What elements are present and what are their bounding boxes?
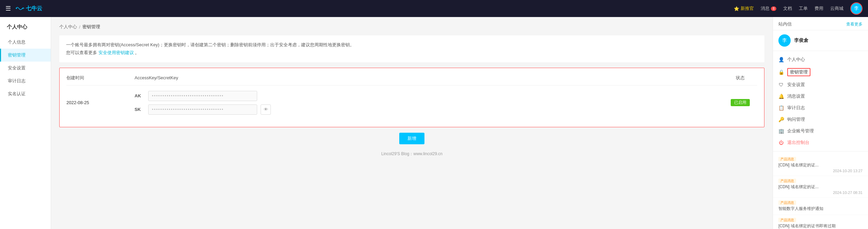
nav-right: ⭐ 新推官 消息 8 文档 工单 费用 云商城 李 bbox=[734, 2, 863, 15]
sidebar-item-audit[interactable]: 审计日志 bbox=[0, 75, 51, 87]
sidebar-item-security[interactable]: 安全设置 bbox=[0, 62, 51, 75]
sidebar-item-profile[interactable]: 个人信息 bbox=[0, 36, 51, 49]
menu-audit-label: 审计日志 bbox=[787, 105, 805, 111]
right-panel-header: 站内信 查看更多 bbox=[773, 21, 868, 30]
notif-item-3[interactable]: 产品消息 [CDN] 域名绑定的证书即将过期 2024-10-27 08:31 bbox=[773, 215, 868, 229]
menu-item-messages[interactable]: 🔔 消息设置 bbox=[773, 91, 868, 102]
notif-text-1: [CDN] 域名绑定的证... bbox=[778, 184, 863, 190]
sidebar-item-realname[interactable]: 实名认证 bbox=[0, 87, 51, 100]
logo-text: 七牛云 bbox=[26, 5, 42, 12]
menu-item-profile[interactable]: 👤 个人中心 bbox=[773, 54, 868, 65]
notif-text-3: [CDN] 域名绑定的证书即将过期 bbox=[778, 223, 863, 229]
logout-icon: ⏻ bbox=[778, 140, 784, 145]
menu-security-label: 安全设置 bbox=[787, 82, 805, 88]
main-content: 个人中心 / 密钥管理 一个账号最多拥有两对密钥(Access/Secret K… bbox=[51, 17, 773, 229]
top-navigation: ☰ 七牛云 ⭐ 新推官 消息 8 文档 工单 费用 云商城 李 bbox=[0, 0, 868, 17]
nav-left: ☰ 七牛云 bbox=[5, 5, 42, 12]
logo: 七牛云 bbox=[15, 5, 42, 12]
menu-item-logout[interactable]: ⏻ 退出控制台 bbox=[773, 137, 868, 148]
notif-badge-0: 产品消息 bbox=[778, 157, 796, 161]
building-icon: 🏢 bbox=[778, 128, 784, 134]
info-line2: 您可以查看更多 安全使用密钥建议 。 bbox=[66, 49, 758, 56]
svg-point-0 bbox=[16, 8, 17, 9]
store-nav[interactable]: 云商城 bbox=[830, 5, 843, 12]
right-panel-avatar-initial: 李 bbox=[782, 37, 787, 44]
key-table-container: 创建时间 AccessKey/SecretKey 状态 2022-08-25 A… bbox=[59, 68, 764, 127]
notif-type-3: 产品消息 bbox=[778, 218, 863, 223]
menu-keys-label: 密钥管理 bbox=[787, 68, 810, 76]
notif-type-0: 产品消息 bbox=[778, 157, 863, 162]
avatar-initial: 李 bbox=[854, 5, 859, 12]
key-icon: 🔑 bbox=[778, 117, 784, 122]
notification-section: 产品消息 [CDN] 域名绑定的证... 2024-10-20 13:27 产品… bbox=[773, 151, 868, 229]
breadcrumb-current: 密钥管理 bbox=[82, 24, 100, 30]
right-panel-username: 李俊倉 bbox=[794, 37, 808, 44]
notif-item-1[interactable]: 产品消息 [CDN] 域名绑定的证... 2024-10-27 08:31 bbox=[773, 176, 868, 198]
notif-time-1: 2024-10-27 08:31 bbox=[778, 191, 863, 195]
menu-item-hook[interactable]: 🔑 钩问管理 bbox=[773, 114, 868, 125]
notif-badge-1: 产品消息 bbox=[778, 179, 796, 183]
sk-label: SK bbox=[135, 107, 145, 112]
sidebar: 个人中心 个人信息 密钥管理 安全设置 审计日志 实名认证 bbox=[0, 17, 51, 229]
sk-input[interactable] bbox=[148, 104, 257, 115]
add-key-button[interactable]: 新增 bbox=[399, 133, 424, 144]
station-label: 站内信 bbox=[778, 21, 792, 27]
right-panel-avatar: 李 bbox=[778, 34, 791, 47]
col-key-header: AccessKey/SecretKey bbox=[135, 75, 723, 80]
security-link[interactable]: 安全使用密钥建议 bbox=[98, 50, 134, 55]
notif-badge-3: 产品消息 bbox=[778, 218, 796, 222]
billing-nav[interactable]: 费用 bbox=[815, 5, 823, 12]
menu-item-enterprise[interactable]: 🏢 企业账号管理 bbox=[773, 125, 868, 137]
menu-section: 👤 个人中心 🔒 密钥管理 🛡 安全设置 🔔 消息设置 📋 审计日志 🔑 bbox=[773, 51, 868, 151]
message-badge: 8 bbox=[771, 6, 776, 11]
footer-text: Lincol29'S Blog：www.lincol29.cn bbox=[59, 151, 764, 157]
person-icon: 👤 bbox=[778, 57, 784, 62]
hamburger-icon[interactable]: ☰ bbox=[5, 5, 11, 12]
notif-type-1: 产品消息 bbox=[778, 179, 863, 183]
menu-item-security[interactable]: 🛡 安全设置 bbox=[773, 79, 868, 91]
bell-icon: 🔔 bbox=[778, 94, 784, 99]
breadcrumb-home[interactable]: 个人中心 bbox=[59, 24, 77, 30]
clipboard-icon: 📋 bbox=[778, 105, 784, 111]
menu-hook-label: 钩问管理 bbox=[787, 116, 805, 122]
sidebar-item-keys[interactable]: 密钥管理 bbox=[0, 49, 51, 62]
menu-item-keys[interactable]: 🔒 密钥管理 bbox=[773, 65, 868, 79]
sk-field-row: SK 👁 bbox=[135, 104, 723, 115]
sidebar-title: 个人中心 bbox=[0, 24, 51, 36]
user-avatar-btn[interactable]: 李 bbox=[850, 2, 863, 15]
tools-nav[interactable]: 工单 bbox=[799, 5, 808, 12]
menu-messages-label: 消息设置 bbox=[787, 93, 805, 99]
sk-eye-button[interactable]: 👁 bbox=[261, 104, 271, 115]
breadcrumb: 个人中心 / 密钥管理 bbox=[59, 24, 764, 30]
key-date: 2022-08-25 bbox=[66, 100, 135, 105]
status-badge: 已启用 bbox=[731, 99, 750, 106]
main-layout: 个人中心 个人信息 密钥管理 安全设置 审计日志 实名认证 个人中心 / 密钥管… bbox=[0, 17, 868, 229]
breadcrumb-sep: / bbox=[79, 24, 80, 30]
notif-text-2: 智能数字人服务维护通知 bbox=[778, 206, 863, 212]
notif-item-2[interactable]: 产品消息 智能数字人服务维护通知 bbox=[773, 198, 868, 215]
new-promo-nav[interactable]: ⭐ 新推官 bbox=[734, 5, 754, 12]
col-status-header: 状态 bbox=[723, 75, 757, 81]
menu-item-audit[interactable]: 📋 审计日志 bbox=[773, 102, 868, 114]
menu-profile-label: 个人中心 bbox=[787, 56, 805, 63]
info-box: 一个账号最多拥有两对密钥(Access/Secret Key)；更换密钥时，请创… bbox=[59, 35, 764, 62]
message-nav[interactable]: 消息 8 bbox=[761, 5, 776, 12]
menu-logout-label: 退出控制台 bbox=[787, 140, 809, 146]
notif-badge-2: 产品消息 bbox=[778, 200, 796, 205]
menu-enterprise-label: 企业账号管理 bbox=[787, 128, 814, 134]
notif-item-0[interactable]: 产品消息 [CDN] 域名绑定的证... 2024-10-20 13:27 bbox=[773, 154, 868, 176]
right-panel: 站内信 查看更多 李 李俊倉 👤 个人中心 🔒 密钥管理 🛡 安全设置 bbox=[773, 17, 868, 229]
col-time-header: 创建时间 bbox=[66, 75, 135, 81]
ak-field-row: AK bbox=[135, 91, 723, 101]
ak-label: AK bbox=[135, 93, 145, 98]
svg-point-1 bbox=[22, 8, 24, 9]
more-link[interactable]: 查看更多 bbox=[846, 21, 863, 27]
user-profile: 李 李俊倉 bbox=[773, 30, 868, 51]
lock-icon: 🔒 bbox=[778, 69, 784, 75]
key-row: 2022-08-25 AK SK 👁 已启用 bbox=[66, 85, 757, 120]
key-fields: AK SK 👁 bbox=[135, 91, 723, 115]
info-line1: 一个账号最多拥有两对密钥(Access/Secret Key)；更换密钥时，请创… bbox=[66, 41, 758, 49]
notif-time-0: 2024-10-20 13:27 bbox=[778, 169, 863, 173]
ak-input[interactable] bbox=[148, 91, 257, 101]
doc-nav[interactable]: 文档 bbox=[783, 5, 792, 12]
